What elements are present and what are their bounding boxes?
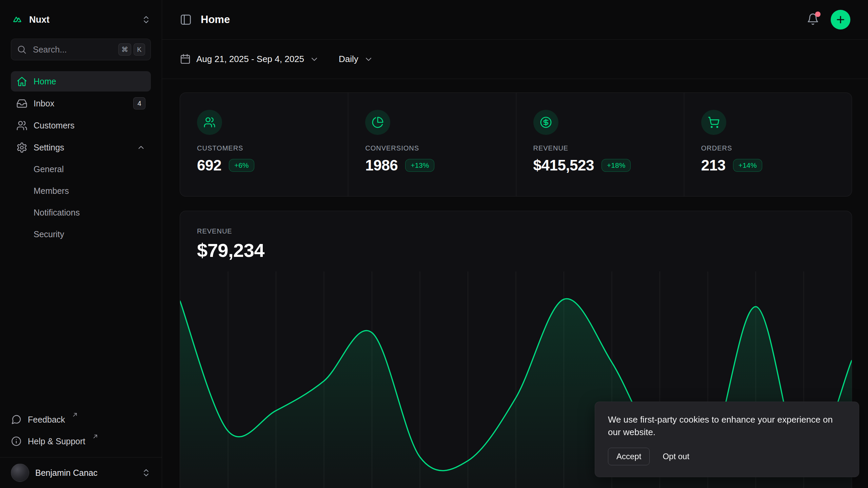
help-support-link[interactable]: Help & Support [11,431,151,451]
stat-card-orders: ORDERS 213 +14% [684,93,852,196]
info-circle-icon [11,436,22,447]
kbd-k: K [134,43,145,56]
settings-subnav: General Members Notifications Security [11,159,151,244]
user-name: Benjamin Canac [35,468,135,478]
page-title: Home [201,14,230,26]
date-range-picker[interactable]: Aug 21, 2025 - Sep 4, 2025 [180,54,319,65]
pie-chart-icon [365,110,390,135]
stats-row: CUSTOMERS 692 +6% CONVERSIONS 1986 +13% [180,93,852,197]
sidebar-item-label: Inbox [34,99,54,108]
cart-icon [701,110,726,135]
feedback-label: Feedback [28,415,65,425]
plus-icon [835,14,846,25]
chevrons-up-down-icon [141,15,151,24]
sidebar-item-label: Home [34,77,56,86]
cookie-banner: We use first-party cookies to enhance yo… [595,402,859,477]
stat-label: CONVERSIONS [365,144,499,152]
sidebar: Nuxt ⌘ K Home Inbox 4 [0,0,162,488]
date-range-label: Aug 21, 2025 - Sep 4, 2025 [196,54,304,64]
sidebar-item-label: Customers [34,121,75,130]
cookie-message: We use first-party cookies to enhance yo… [608,413,846,439]
chevron-up-icon [137,143,145,152]
revenue-chart-label: REVENUE [197,227,835,235]
cookie-optout-button[interactable]: Opt out [663,452,689,461]
search-bar[interactable]: ⌘ K [11,39,151,60]
cookie-accept-button[interactable]: Accept [608,448,650,465]
search-icon [17,44,27,55]
stat-change-badge: +18% [601,159,631,172]
stat-value: 1986 [365,157,398,174]
stat-value: 692 [197,157,221,174]
notifications-button[interactable] [805,12,821,28]
stat-card-conversions: CONVERSIONS 1986 +13% [348,93,516,196]
sidebar-item-label: Notifications [34,208,80,218]
sidebar-item-label: Security [34,229,64,239]
granularity-label: Daily [339,54,358,64]
avatar [11,464,29,482]
inbox-icon [16,98,27,109]
kbd-meta: ⌘ [118,43,131,56]
stat-change-badge: +13% [405,159,434,172]
add-button[interactable] [831,10,850,29]
stat-card-customers: CUSTOMERS 692 +6% [180,93,348,196]
stat-change-badge: +14% [733,159,762,172]
sidebar-item-label: Settings [34,143,64,152]
user-menu[interactable]: Benjamin Canac [0,457,162,488]
sidebar-footer: Feedback Help & Support [11,410,151,457]
users-icon [197,110,222,135]
sidebar-item-members[interactable]: Members [11,181,151,201]
search-shortcut: ⌘ K [118,43,145,56]
users-icon [16,120,27,131]
stat-change-badge: +6% [229,159,254,172]
dollar-circle-icon [533,110,558,135]
stat-label: ORDERS [701,144,835,152]
workspace-name: Nuxt [29,15,136,25]
stat-label: REVENUE [533,144,667,152]
nuxt-logo-icon [11,15,24,24]
sidebar-item-notifications[interactable]: Notifications [11,203,151,223]
stat-card-revenue: REVENUE $415,523 +18% [516,93,684,196]
page-header: Home [162,0,868,40]
sidebar-item-label: Members [34,186,69,196]
filter-toolbar: Aug 21, 2025 - Sep 4, 2025 Daily [162,40,868,79]
chevrons-up-down-icon [141,468,151,477]
external-link-icon [72,412,78,418]
sidebar-item-customers[interactable]: Customers [11,115,151,136]
sidebar-toggle-icon[interactable] [180,14,192,26]
sidebar-item-home[interactable]: Home [11,71,151,92]
stat-value: 213 [701,157,726,174]
stat-value: $415,523 [533,157,594,174]
sidebar-nav: Home Inbox 4 Customers Settings [11,71,151,244]
chevron-down-icon [310,55,319,64]
sidebar-item-inbox[interactable]: Inbox 4 [11,93,151,114]
feedback-link[interactable]: Feedback [11,410,151,429]
gear-icon [16,142,27,153]
granularity-select[interactable]: Daily [339,54,373,64]
calendar-icon [180,54,191,65]
sidebar-item-settings[interactable]: Settings [11,137,151,158]
sidebar-item-label: General [34,164,64,174]
stat-label: CUSTOMERS [197,144,331,152]
sidebar-item-general[interactable]: General [11,159,151,179]
inbox-count-badge: 4 [133,97,145,109]
workspace-switcher[interactable]: Nuxt [11,12,151,28]
chevron-down-icon [364,55,373,64]
message-bubble-icon [11,414,22,425]
sidebar-item-security[interactable]: Security [11,224,151,244]
notification-dot [815,12,821,17]
search-input[interactable] [32,44,113,55]
help-support-label: Help & Support [28,436,85,446]
home-icon [16,76,27,87]
external-link-icon [92,433,98,440]
revenue-chart-value: $79,234 [197,239,835,261]
